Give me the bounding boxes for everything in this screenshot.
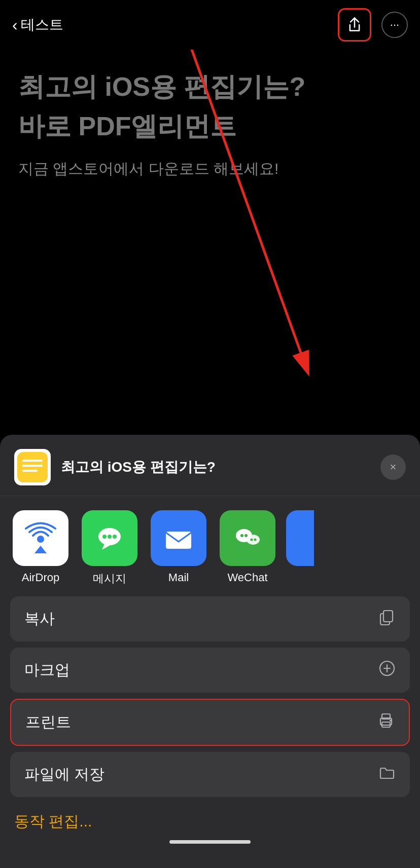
action-list: 복사 마크업 프린트	[0, 596, 420, 797]
more-icon: ···	[390, 18, 399, 31]
more-button[interactable]: ···	[381, 12, 408, 38]
content-area: 최고의 iOS용 편집기는? 바로 PDF엘리먼트 지금 앱스토어에서 다운로드…	[0, 50, 420, 364]
svg-rect-4	[22, 465, 43, 467]
mail-icon	[151, 510, 206, 566]
markup-action[interactable]: 마크업	[10, 648, 410, 693]
close-button[interactable]: ×	[380, 455, 406, 480]
markup-icon	[378, 660, 396, 681]
messages-icon	[82, 510, 137, 566]
print-label: 프린트	[25, 712, 71, 733]
nav-actions: ···	[338, 8, 408, 42]
airdrop-label: AirDrop	[22, 571, 60, 584]
svg-rect-2	[17, 452, 48, 482]
edit-actions-label: 동작 편집...	[14, 813, 92, 829]
app-item-mail[interactable]: Mail	[148, 510, 209, 586]
svg-point-19	[240, 534, 243, 537]
app-item-wechat[interactable]: WeChat	[217, 510, 278, 586]
content-title2: 바로 PDF엘리먼트	[18, 109, 402, 144]
nav-bar: ‹ 테스트 ···	[0, 0, 420, 50]
back-chevron-icon: ‹	[12, 16, 18, 34]
folder-icon	[378, 764, 396, 785]
app-icons-row: AirDrop 메시지	[0, 496, 420, 596]
svg-point-21	[251, 539, 253, 541]
svg-rect-24	[383, 611, 393, 622]
svg-point-20	[244, 534, 248, 537]
partial-app-icon	[286, 510, 314, 566]
svg-point-12	[108, 535, 112, 539]
back-button[interactable]: ‹ 테스트	[12, 15, 63, 34]
share-button-wrapper	[338, 8, 371, 42]
messages-label: 메시지	[93, 571, 126, 586]
svg-rect-5	[22, 470, 38, 472]
share-header: 최고의 iOS용 편집기는? ×	[0, 435, 420, 496]
mail-label: Mail	[168, 571, 189, 584]
markup-label: 마크업	[24, 660, 70, 681]
svg-point-13	[113, 535, 117, 539]
content-subtitle: 지금 앱스토어에서 다운로드 해보세요!	[18, 159, 402, 179]
svg-point-11	[102, 535, 107, 539]
app-item-partial[interactable]	[286, 510, 314, 586]
share-icon	[347, 17, 362, 33]
svg-point-7	[37, 536, 44, 543]
content-title1: 최고의 iOS용 편집기는?	[18, 70, 402, 104]
print-action[interactable]: 프린트	[10, 699, 410, 746]
svg-rect-15	[166, 532, 191, 549]
home-indicator	[0, 832, 420, 848]
close-icon: ×	[390, 461, 397, 474]
svg-rect-3	[22, 460, 43, 462]
share-app-icon	[14, 449, 51, 485]
share-sheet: 최고의 iOS용 편집기는? × AirDrop	[0, 435, 420, 868]
svg-point-29	[390, 720, 392, 722]
wechat-icon	[220, 510, 275, 566]
copy-label: 복사	[24, 609, 55, 629]
svg-point-22	[254, 539, 257, 541]
share-button[interactable]	[341, 12, 368, 38]
copy-icon	[378, 609, 396, 629]
airdrop-icon	[13, 510, 68, 566]
wechat-label: WeChat	[227, 571, 267, 584]
home-bar	[169, 840, 251, 844]
back-label: 테스트	[21, 15, 63, 34]
edit-actions-button[interactable]: 동작 편집...	[0, 797, 420, 832]
app-item-airdrop[interactable]: AirDrop	[10, 510, 71, 586]
share-title: 최고의 iOS용 편집기는?	[61, 458, 370, 477]
save-file-label: 파일에 저장	[24, 764, 104, 785]
copy-action[interactable]: 복사	[10, 596, 410, 641]
app-item-messages[interactable]: 메시지	[79, 510, 140, 586]
print-icon	[377, 712, 395, 733]
save-file-action[interactable]: 파일에 저장	[10, 752, 410, 797]
svg-point-18	[247, 535, 260, 545]
